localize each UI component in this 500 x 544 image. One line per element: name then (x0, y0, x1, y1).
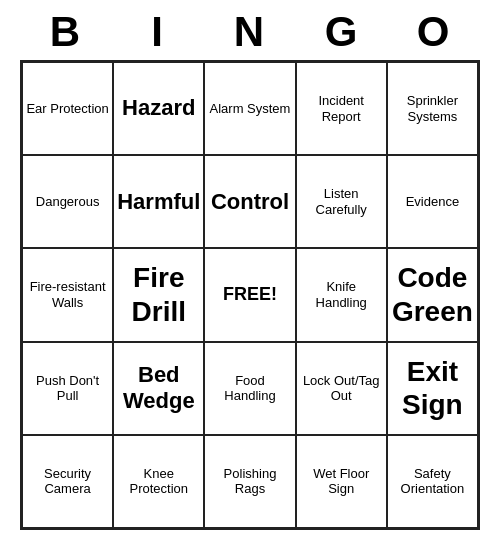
cell-r2-c2: FREE! (204, 248, 295, 341)
bingo-grid: Ear ProtectionHazardAlarm SystemIncident… (20, 60, 480, 530)
letter-i: I (118, 8, 198, 56)
letter-b: B (26, 8, 106, 56)
cell-r1-c1: Harmful (113, 155, 204, 248)
letter-n: N (210, 8, 290, 56)
cell-r1-c0: Dangerous (22, 155, 113, 248)
cell-r0-c1: Hazard (113, 62, 204, 155)
cell-r4-c3: Wet Floor Sign (296, 435, 387, 528)
cell-r1-c3: Listen Carefully (296, 155, 387, 248)
cell-r4-c4: Safety Orientation (387, 435, 478, 528)
cell-r0-c4: Sprinkler Systems (387, 62, 478, 155)
cell-r3-c4: Exit Sign (387, 342, 478, 435)
cell-r2-c3: Knife Handling (296, 248, 387, 341)
cell-r3-c0: Push Don't Pull (22, 342, 113, 435)
cell-r0-c0: Ear Protection (22, 62, 113, 155)
letter-g: G (302, 8, 382, 56)
bingo-title: B I N G O (20, 0, 480, 60)
cell-r4-c0: Security Camera (22, 435, 113, 528)
cell-r4-c1: Knee Protection (113, 435, 204, 528)
cell-r0-c2: Alarm System (204, 62, 295, 155)
cell-r0-c3: Incident Report (296, 62, 387, 155)
cell-r3-c3: Lock Out/Tag Out (296, 342, 387, 435)
cell-r2-c0: Fire-resistant Walls (22, 248, 113, 341)
cell-r3-c2: Food Handling (204, 342, 295, 435)
cell-r1-c4: Evidence (387, 155, 478, 248)
cell-r3-c1: Bed Wedge (113, 342, 204, 435)
cell-r4-c2: Polishing Rags (204, 435, 295, 528)
letter-o: O (394, 8, 474, 56)
cell-r2-c4: Code Green (387, 248, 478, 341)
cell-r1-c2: Control (204, 155, 295, 248)
cell-r2-c1: Fire Drill (113, 248, 204, 341)
